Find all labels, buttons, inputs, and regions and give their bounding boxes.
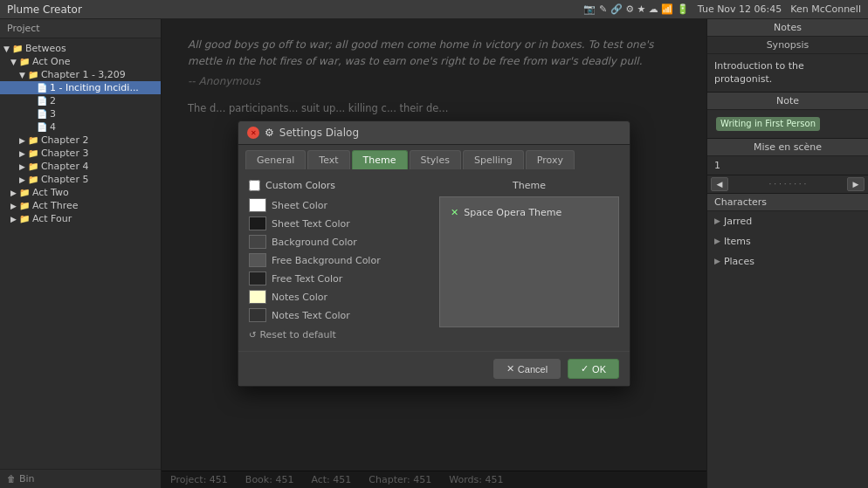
color-swatch-free-background-color[interactable] (249, 253, 266, 267)
color-label-sheet-color: Sheet Color (272, 200, 327, 211)
characters-section: Characters ▶ Jarred ▶ Items ▶ Places (707, 194, 868, 488)
chars-arrow-icon: ▶ (714, 217, 720, 225)
topbar: Plume Creator 📷 ✎ 🔗 ⚙ ★ ☁ 📶 🔋 Tue Nov 12… (0, 0, 868, 19)
tree-arrow-icon: ▶ (10, 202, 17, 210)
topbar-time: Tue Nov 12 06:45 (698, 3, 782, 15)
color-swatch-notes-text-color[interactable] (249, 308, 266, 322)
color-swatch-sheet-color[interactable] (249, 198, 266, 212)
tree-file-icon: 📁 (28, 175, 38, 184)
color-swatch-free-text-color[interactable] (249, 271, 266, 285)
synopsis-content: Introduction to the protagonist. (707, 54, 868, 92)
tree-arrow-icon: ▶ (10, 189, 17, 197)
tree-file-icon: 📄 (37, 96, 47, 106)
sidebar-item-act-two[interactable]: ▶📁Act Two (0, 186, 161, 199)
settings-dialog: ✕ ⚙ Settings Dialog GeneralTextThemeStyl… (238, 120, 630, 387)
sidebar-tree[interactable]: ▼📁Betweos▼📁Act One▼📁Chapter 1 - 3,209▶📄1… (0, 38, 161, 469)
color-label-notes-color: Notes Color (272, 292, 327, 303)
color-label-free-background-color: Free Background Color (272, 255, 381, 266)
sidebar-item-ch1-scene1[interactable]: ▶📄1 - Inciting Incidi... (0, 81, 161, 94)
mise-section: Mise en scène 1 (707, 139, 868, 175)
sidebar-item-betweos[interactable]: ▼📁Betweos (0, 42, 161, 55)
nav-dots: · · · · · · · · (732, 180, 844, 189)
main-layout: Project ▼📁Betweos▼📁Act One▼📁Chapter 1 - … (0, 19, 868, 488)
tree-file-icon: 📁 (28, 70, 38, 79)
dialog-title-icon: ⚙ (265, 127, 274, 139)
right-panel: Notes Synopsis Introduction to the prota… (706, 19, 868, 488)
color-label-notes-text-color: Notes Text Color (272, 310, 350, 321)
app-title: Plume Creator (7, 3, 82, 16)
mise-header: Mise en scène (707, 139, 868, 156)
notes-section: Notes Synopsis Introduction to the prota… (707, 19, 868, 93)
color-label-sheet-text-color: Sheet Text Color (272, 218, 350, 230)
synopsis-header: Synopsis (707, 37, 868, 54)
sidebar-item-chapter-1[interactable]: ▼📁Chapter 1 - 3,209 (0, 68, 161, 81)
places-arrow-icon: ▶ (714, 257, 720, 265)
bin-label: Bin (19, 473, 35, 485)
ok-label: OK (592, 364, 606, 375)
bin-icon: 🗑 (7, 474, 16, 484)
places-label: Places (724, 256, 754, 267)
cancel-button[interactable]: ✕ Cancel (493, 359, 561, 379)
dialog-close-button[interactable]: ✕ (247, 127, 259, 139)
tree-file-icon: 📁 (28, 162, 38, 171)
tab-text[interactable]: Text (307, 150, 349, 169)
custom-colors-checkbox[interactable] (249, 180, 260, 191)
tree-item-label: Chapter 2 (41, 134, 88, 146)
cancel-icon: ✕ (506, 363, 514, 375)
sidebar-item-act-one[interactable]: ▼📁Act One (0, 55, 161, 68)
color-row-notes-text-color: Notes Text Color (249, 308, 429, 322)
custom-colors-panel: Custom Colors Sheet Color Sheet Text Col… (249, 180, 429, 340)
theme-item-space-opera[interactable]: ✕ Space Opera Theme (447, 204, 611, 221)
dialog-inner: Custom Colors Sheet Color Sheet Text Col… (249, 180, 619, 340)
editor-content: All good boys go off to war; all good me… (162, 19, 706, 488)
sidebar-item-act-four[interactable]: ▶📁Act Four (0, 212, 161, 225)
sidebar-header: Project (0, 19, 161, 38)
color-swatch-background-color[interactable] (249, 235, 266, 249)
tab-proxy[interactable]: Proxy (526, 150, 575, 169)
color-rows: Sheet Color Sheet Text Color Background … (249, 198, 429, 322)
sidebar-item-ch1-s2[interactable]: ▶📄2 (0, 94, 161, 107)
color-swatch-notes-color[interactable] (249, 290, 266, 304)
tab-theme[interactable]: Theme (352, 150, 408, 169)
sidebar-item-ch1-s4[interactable]: ▶📄4 (0, 120, 161, 134)
dialog-tabs: GeneralTextThemeStylesSpellingProxy (238, 145, 630, 169)
sidebar-item-chapter-2[interactable]: ▶📁Chapter 2 (0, 134, 161, 147)
tree-item-label: Chapter 1 - 3,209 (41, 69, 126, 80)
tree-file-icon: 📁 (19, 214, 30, 223)
tab-general[interactable]: General (245, 150, 306, 169)
tab-styles[interactable]: Styles (410, 150, 461, 169)
topbar-user: Ken McConnell (790, 3, 861, 15)
dialog-body: Custom Colors Sheet Color Sheet Text Col… (238, 169, 630, 351)
note-content: Writing in First Person (707, 110, 868, 138)
tree-arrow-icon: ▶ (19, 136, 25, 145)
tree-file-icon: 📁 (19, 188, 30, 197)
chars-item-label: Jarred (724, 216, 752, 227)
tree-file-icon: 📄 (37, 109, 47, 119)
items-row: ▶ Items (707, 231, 868, 251)
theme-label: Theme (439, 180, 619, 191)
tree-item-label: Chapter 3 (41, 148, 88, 159)
tree-item-label: 3 (50, 108, 56, 120)
sidebar-item-chapter-3[interactable]: ▶📁Chapter 3 (0, 147, 161, 160)
color-row-background-color: Background Color (249, 235, 429, 249)
places-row: ▶ Places (707, 251, 868, 271)
sidebar-bin[interactable]: 🗑 Bin (0, 469, 161, 488)
reset-label: Reset to default (259, 329, 335, 340)
tree-file-icon: 📁 (12, 44, 23, 53)
reset-default-button[interactable]: ↺ Reset to default (249, 329, 429, 340)
characters-header: Characters (707, 194, 868, 211)
tree-arrow-icon: ▼ (3, 45, 10, 53)
color-swatch-sheet-text-color[interactable] (249, 217, 266, 230)
custom-colors-header: Custom Colors (249, 180, 429, 191)
nav-right-button[interactable]: ▶ (847, 177, 865, 191)
ok-button[interactable]: ✓ OK (568, 359, 619, 379)
sidebar-item-chapter-5[interactable]: ▶📁Chapter 5 (0, 173, 161, 186)
sidebar-item-chapter-4[interactable]: ▶📁Chapter 4 (0, 160, 161, 173)
sidebar-item-act-three[interactable]: ▶📁Act Three (0, 199, 161, 212)
tree-item-label: Act Four (32, 213, 72, 224)
tab-spelling[interactable]: Spelling (463, 150, 524, 169)
tree-arrow-icon: ▶ (19, 149, 25, 158)
nav-left-button[interactable]: ◀ (711, 177, 728, 191)
sidebar-item-ch1-s3[interactable]: ▶📄3 (0, 107, 161, 120)
tree-arrow-icon: ▶ (19, 162, 25, 171)
